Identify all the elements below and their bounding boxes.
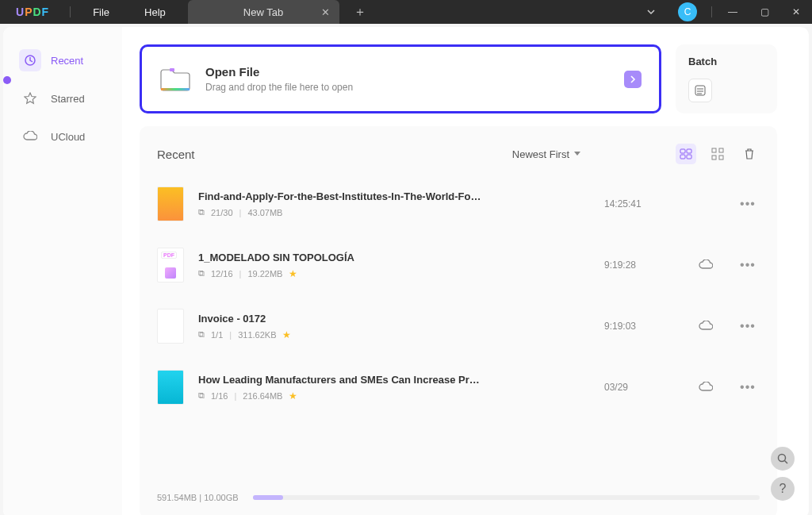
chevron-down-icon [574,152,580,156]
file-more-button[interactable]: ••• [736,197,760,211]
file-meta: ⧉ 21/30 | 43.07MB [198,207,590,217]
file-meta: ⧉ 1/16 | 216.64MB ★ [198,390,590,402]
divider [70,6,71,17]
file-thumbnail [157,370,184,405]
menu-help[interactable]: Help [127,6,183,18]
open-file-hint: Drag and drop the file here to open [205,82,353,93]
file-time: 14:25:41 [604,198,676,209]
storage-used: 591.54MB [157,493,197,502]
batch-title: Batch [688,56,764,67]
storage-total: 10.00GB [204,493,238,502]
minimize-button[interactable]: — [717,0,749,24]
cloud-sync-icon[interactable] [690,259,722,271]
window-controls: — ▢ ✕ [717,0,812,24]
sidebar-item-label: Recent [51,55,83,67]
sidebar-item-label: Starred [51,93,85,105]
batch-combine-button[interactable] [688,79,712,102]
file-size: 19.22MB [247,269,282,279]
svg-line-16 [785,461,788,464]
sidebar-item-starred[interactable]: Starred [3,79,122,117]
svg-rect-8 [687,149,691,153]
file-row[interactable]: Invoice - 0172 ⧉ 1/1 | 311.62KB ★ 9:19:0… [157,296,760,357]
open-file-go-button[interactable] [624,71,642,88]
svg-rect-1 [161,88,190,90]
file-thumbnail [157,309,184,344]
sidebar: Recent Starred UCloud [3,27,122,515]
file-more-button[interactable]: ••• [736,380,760,394]
svg-rect-14 [719,156,723,159]
pages-icon: ⧉ [198,207,205,217]
delete-button[interactable] [739,144,760,164]
svg-rect-2 [170,68,174,71]
file-title: How Leading Manufacturers and SMEs Can I… [198,374,484,386]
file-time: 9:19:28 [604,259,676,271]
title-bar: UPDF File Help New Tab ✕ ＋ C — ▢ ✕ [0,0,812,24]
open-file-dropzone[interactable]: Open File Drag and drop the file here to… [140,44,661,113]
svg-rect-12 [719,148,723,152]
file-size: 43.07MB [247,208,282,217]
sort-dropdown[interactable]: Newest First [512,148,580,160]
star-icon: ★ [289,390,297,402]
sort-label: Newest First [512,148,569,160]
file-meta: ⧉ 12/16 | 19.22MB ★ [198,268,590,279]
add-tab-button[interactable]: ＋ [339,4,381,21]
file-time: 9:19:03 [604,321,676,332]
file-meta: ⧉ 1/1 | 311.62KB ★ [198,329,590,340]
pages-icon: ⧉ [198,329,205,340]
file-pages: 1/1 [211,330,223,340]
app-logo: UPDF [0,6,65,18]
storage-track [253,495,760,500]
file-time: 03/29 [604,382,676,393]
view-list-button[interactable] [676,144,696,164]
file-thumbnail [157,186,184,221]
help-button[interactable]: ? [771,477,795,501]
folder-icon [159,66,191,93]
svg-rect-13 [712,156,716,159]
sidebar-item-recent[interactable]: Recent [3,41,122,79]
recent-heading: Recent [157,148,195,161]
file-list: Find-and-Apply-For-the-Best-Institutes-I… [157,174,760,490]
cloud-sync-icon[interactable] [690,382,722,393]
main-content: Open File Drag and drop the file here to… [122,27,809,515]
maximize-button[interactable]: ▢ [749,0,780,24]
star-icon: ★ [289,268,297,279]
svg-rect-7 [680,149,685,153]
pages-icon: ⧉ [198,268,205,279]
open-file-title: Open File [205,65,353,79]
tab-label: New Tab [243,6,283,18]
file-row[interactable]: Find-and-Apply-For-the-Best-Institutes-I… [157,174,760,235]
file-pages: 21/30 [211,208,233,217]
file-size: 311.62KB [238,330,276,340]
file-title: 1_MODELADO SIN TOPOLOGÍA [198,252,484,263]
view-grid-button[interactable] [707,144,728,164]
file-row[interactable]: How Leading Manufacturers and SMEs Can I… [157,357,760,418]
file-title: Find-and-Apply-For-the-Best-Institutes-I… [198,190,484,202]
star-icon: ★ [282,329,291,340]
file-more-button[interactable]: ••• [736,258,760,272]
file-pages: 12/16 [211,269,233,279]
clock-icon [19,49,41,71]
batch-panel: Batch [676,44,777,113]
file-thumbnail: PDF [157,248,184,282]
sidebar-item-ucloud[interactable]: UCloud [3,117,122,156]
user-avatar[interactable]: C [678,2,697,21]
sidebar-indicator [3,76,11,84]
cloud-sync-icon[interactable] [690,321,722,332]
svg-rect-10 [687,155,691,159]
sidebar-item-label: UCloud [51,131,85,143]
divider [711,6,712,17]
close-tab-icon[interactable]: ✕ [321,6,330,18]
chevron-down-icon[interactable] [634,7,668,17]
file-title: Invoice - 0172 [198,313,484,325]
svg-rect-11 [712,148,716,152]
storage-bar: 591.54MB | 10.00GB [157,490,760,510]
recent-section: Recent Newest First [140,126,777,515]
file-more-button[interactable]: ••• [736,319,760,333]
file-row[interactable]: PDF 1_MODELADO SIN TOPOLOGÍA ⧉ 12/16 | 1… [157,235,760,296]
close-button[interactable]: ✕ [780,0,812,24]
search-button[interactable] [771,447,795,471]
tab-new[interactable]: New Tab ✕ [188,0,339,24]
file-pages: 1/16 [211,391,228,401]
storage-fill [253,495,283,500]
menu-file[interactable]: File [75,6,127,18]
